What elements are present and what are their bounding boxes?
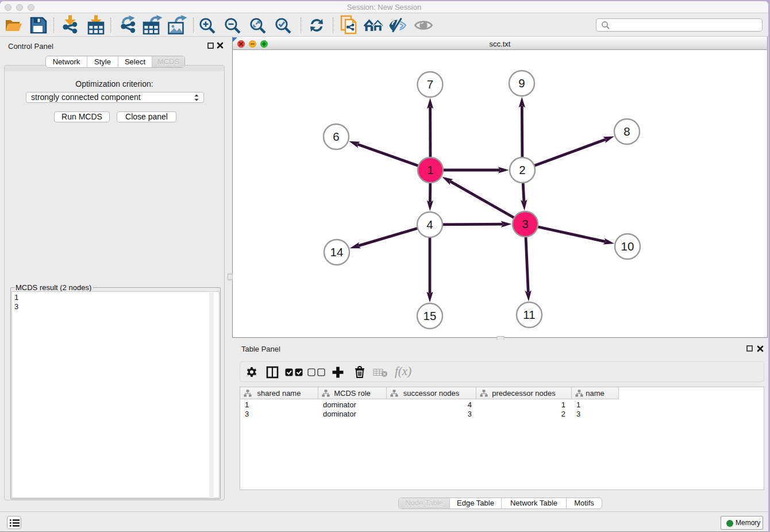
svg-text:3: 3 <box>522 217 528 230</box>
svg-text:15: 15 <box>424 309 437 322</box>
svg-text:1: 1 <box>427 163 433 176</box>
svg-text:9: 9 <box>518 76 525 90</box>
svg-text:4: 4 <box>426 218 433 231</box>
svg-text:8: 8 <box>623 125 630 138</box>
svg-text:14: 14 <box>330 245 344 259</box>
svg-text:2: 2 <box>519 163 525 176</box>
svg-text:11: 11 <box>523 308 535 321</box>
svg-text:6: 6 <box>333 130 339 143</box>
svg-text:10: 10 <box>621 240 634 253</box>
svg-text:7: 7 <box>427 78 433 91</box>
